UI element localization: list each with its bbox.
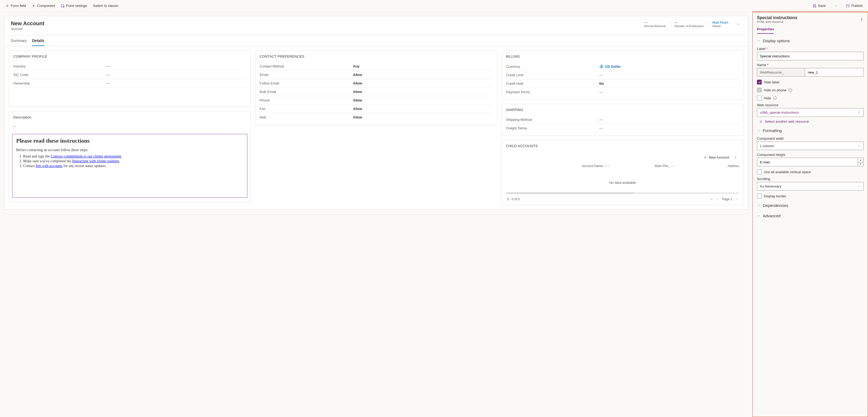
- chevron-down-icon: [607, 165, 610, 167]
- field-freight-terms[interactable]: Freight Terms---: [506, 124, 739, 132]
- web-resource-special-instructions[interactable]: Please read these instructions Before co…: [12, 134, 247, 198]
- form-settings-icon: [61, 4, 65, 8]
- section-title: COMPANY PROFILE: [9, 51, 251, 62]
- spin-up-button[interactable]: ▲: [858, 158, 863, 162]
- panel-subtitle: HTML web resource: [757, 20, 797, 23]
- page-first-button[interactable]: [710, 198, 714, 201]
- field-email[interactable]: EmailAllow: [259, 71, 493, 79]
- form-settings-button[interactable]: Form settings: [58, 2, 90, 9]
- field-follow-email[interactable]: Follow EmailAllow: [259, 79, 493, 88]
- page-next-button[interactable]: [735, 198, 738, 201]
- jim-accounts-link[interactable]: Jim with accounts: [36, 164, 62, 168]
- training-link[interactable]: Interacting with clients training: [72, 159, 119, 163]
- publish-button[interactable]: Publish: [843, 2, 865, 9]
- save-chevron-button[interactable]: [832, 2, 840, 9]
- group-advanced[interactable]: Advanced: [757, 213, 864, 219]
- chevron-down-icon: [757, 204, 760, 207]
- page-indicator: Page 1: [722, 197, 732, 201]
- field-label-name: Name: [757, 63, 864, 67]
- switch-to-classic-button[interactable]: Switch to classic: [90, 2, 121, 9]
- info-icon[interactable]: [788, 88, 792, 92]
- field-phone[interactable]: PhoneAllow: [259, 96, 493, 105]
- section-contact-preferences[interactable]: CONTACT PREFERENCES Contact MethodAny Em…: [255, 51, 497, 125]
- web-resource-more-button[interactable]: [857, 111, 861, 115]
- header-field-employees[interactable]: --- Number of Employees: [672, 21, 706, 28]
- svg-point-9: [859, 111, 859, 111]
- group-dependencies[interactable]: Dependencies: [757, 202, 864, 209]
- svg-point-5: [736, 157, 736, 158]
- field-fax[interactable]: FaxAllow: [259, 105, 493, 113]
- name-prefix-input: [757, 68, 805, 76]
- col-main-phone[interactable]: Main Pho...: [610, 164, 675, 168]
- group-formatting[interactable]: Formatting: [757, 127, 864, 134]
- hide-checkbox[interactable]: [757, 96, 762, 100]
- display-border-checkbox[interactable]: [757, 194, 762, 198]
- section-description[interactable]: Description --- Please read these instru…: [9, 111, 251, 202]
- section-child-accounts[interactable]: CHILD ACCOUNTS New Account: [502, 140, 744, 205]
- header-expand-button[interactable]: [734, 22, 742, 27]
- section-title: Description: [9, 111, 251, 123]
- section-shipping[interactable]: SHIPPING Shipping Method--- Freight Term…: [502, 104, 744, 136]
- field-shipping-method[interactable]: Shipping Method---: [506, 116, 739, 124]
- spin-down-button[interactable]: ▼: [858, 162, 863, 166]
- section-title: CHILD ACCOUNTS: [502, 140, 743, 152]
- chevron-down-icon: [858, 185, 861, 188]
- new-account-button[interactable]: New Account: [702, 154, 731, 160]
- group-display-options[interactable]: Display options: [757, 37, 864, 44]
- component-width-select[interactable]: 1 column: [757, 141, 864, 150]
- col-account-name[interactable]: Account Name: [506, 164, 610, 168]
- header-field-annual-revenue[interactable]: --- Annual Revenue: [642, 21, 669, 28]
- panel-tab-properties[interactable]: Properties: [757, 27, 774, 34]
- page-prev-button[interactable]: [716, 198, 719, 201]
- use-all-vertical-checkbox[interactable]: [757, 169, 762, 174]
- field-credit-hold[interactable]: Credit HoldNo: [506, 79, 739, 88]
- panel-collapse-button[interactable]: [860, 18, 864, 21]
- plus-icon: [32, 4, 36, 8]
- field-industry[interactable]: Industry ---: [13, 62, 246, 71]
- field-bulk-email[interactable]: Bulk EmailAllow: [259, 88, 493, 96]
- form-settings-label: Form settings: [66, 4, 87, 8]
- name-input[interactable]: [805, 68, 864, 76]
- hide-text: Hide: [764, 96, 771, 100]
- separator: [841, 3, 842, 9]
- sort-up-icon: [604, 165, 606, 167]
- display-border-text: Display border: [764, 194, 786, 198]
- contoso-agreement-link[interactable]: Contoso commitment to our clients agreee…: [51, 154, 121, 158]
- field-currency[interactable]: Currency US Dollar: [506, 62, 739, 71]
- field-mail[interactable]: MailAllow: [259, 113, 493, 121]
- select-another-web-resource-link[interactable]: Select another web resource: [757, 120, 864, 124]
- scrolling-select[interactable]: As Necessary: [757, 182, 864, 190]
- section-company-profile[interactable]: COMPANY PROFILE Industry --- SIC Code --…: [9, 51, 251, 107]
- form-field-button[interactable]: Form field: [3, 2, 29, 9]
- label-input[interactable]: [757, 52, 864, 60]
- info-icon[interactable]: [773, 96, 777, 100]
- field-credit-limit[interactable]: Credit Limit---: [506, 71, 739, 79]
- field-payment-terms[interactable]: Payment Terms---: [506, 88, 739, 96]
- field-description[interactable]: ---: [9, 123, 251, 131]
- section-billing[interactable]: BILLING Currency US Dollar Credit Limit-…: [502, 51, 744, 100]
- grid-more-button[interactable]: [732, 155, 739, 160]
- chevron-down-icon: [672, 165, 674, 167]
- tab-details[interactable]: Details: [32, 38, 44, 46]
- grid-header: Account Name Main Pho... Address: [502, 162, 743, 170]
- use-all-vertical-text: Use all available vertical space: [764, 170, 811, 174]
- form-header: New Account Account --- Annual Revenue -…: [4, 16, 748, 35]
- field-ownership[interactable]: Ownership ---: [13, 79, 246, 88]
- col-address[interactable]: Address: [674, 164, 739, 168]
- component-button[interactable]: Component: [29, 2, 58, 9]
- hide-label-checkbox[interactable]: [757, 80, 762, 85]
- field-sic-code[interactable]: SIC Code ---: [13, 71, 246, 79]
- svg-rect-0: [61, 4, 63, 7]
- web-resource-label: Web resource: [757, 103, 864, 107]
- field-contact-method[interactable]: Contact MethodAny: [259, 62, 493, 71]
- header-field-owner[interactable]: Matt Peart Owner: [709, 21, 731, 28]
- form-field-label: Form field: [11, 4, 26, 8]
- web-resource-value[interactable]: crfb6_special-instructions: [757, 108, 864, 117]
- tab-summary[interactable]: Summary: [11, 38, 27, 46]
- svg-point-10: [859, 112, 859, 113]
- save-button[interactable]: Save: [810, 2, 829, 9]
- component-height-input[interactable]: ▲ ▼: [757, 158, 864, 166]
- instructions-heading: Please read these instructions: [16, 137, 243, 144]
- grid-horizontal-scrollbar[interactable]: [506, 193, 739, 194]
- check-icon: [758, 89, 761, 92]
